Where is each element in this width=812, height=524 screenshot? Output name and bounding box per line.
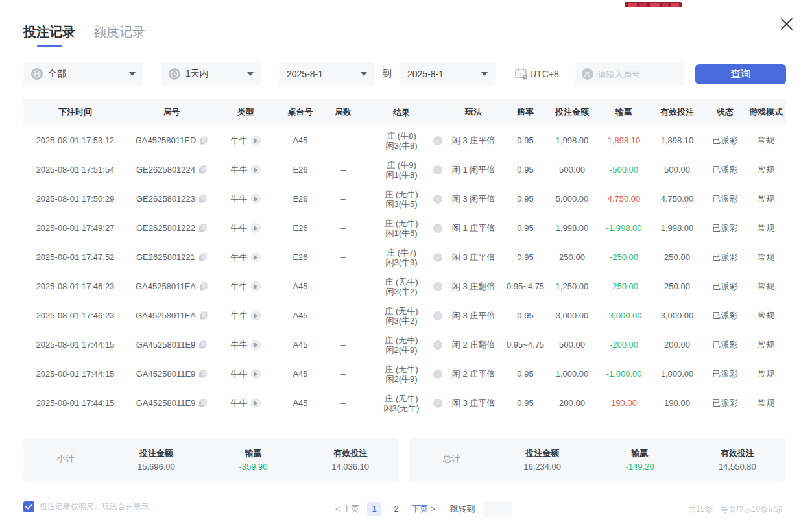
table-row: 2025-08-01 17:44:15 GA45258011E9 牛牛 A45 … xyxy=(23,359,786,388)
result-banker: 庄 (无牛) xyxy=(361,277,442,287)
game-type-cell: 牛牛 xyxy=(216,339,275,351)
game-type: 牛牛 xyxy=(231,310,248,322)
next-page-button[interactable]: 下页 > xyxy=(411,503,435,515)
info-icon[interactable]: i xyxy=(433,165,442,174)
tab-bar: 投注记录 额度记录 xyxy=(23,23,145,47)
date-to-dropdown[interactable]: 2025-8-1 xyxy=(400,62,496,86)
odds: 0.95 xyxy=(505,311,546,320)
date-from-value: 2025-8-1 xyxy=(287,69,323,79)
info-icon[interactable]: i xyxy=(433,370,442,379)
info-icon[interactable]: i xyxy=(433,311,442,320)
bet-time: 2025-08-01 17:46:23 xyxy=(23,311,127,320)
copy-icon[interactable] xyxy=(198,165,207,174)
info-icon[interactable]: i xyxy=(433,399,442,408)
info-icon[interactable]: i xyxy=(433,136,442,145)
column-header: 局数 xyxy=(326,106,361,118)
result-player: 闲3(牛2) xyxy=(361,287,442,296)
jump-to-input[interactable] xyxy=(483,501,512,518)
bet-time: 2025-08-01 17:44:15 xyxy=(23,340,127,350)
play-method: 闲 3 庄平倍 xyxy=(442,310,505,322)
copy-icon[interactable] xyxy=(198,224,207,233)
copy-icon[interactable] xyxy=(198,399,207,408)
total-box: 总计 投注金额 16,234.00 输赢 -149.20 有效投注 14,550… xyxy=(409,438,786,481)
win-loss: -250.00 xyxy=(598,252,650,262)
chevron-down-icon xyxy=(361,72,367,76)
copy-icon[interactable] xyxy=(199,136,208,145)
info-icon[interactable]: i xyxy=(433,195,442,204)
copy-icon[interactable] xyxy=(198,195,207,204)
play-video-icon[interactable] xyxy=(251,223,261,233)
round-search-input[interactable] xyxy=(598,69,669,79)
info-icon[interactable]: i xyxy=(433,282,442,291)
result-cell: 庄 (无牛) 闲3(牛2) i xyxy=(361,306,442,326)
merge-checkbox[interactable] xyxy=(23,501,34,512)
close-icon[interactable] xyxy=(778,16,795,32)
filter-bar: 全部 1天内 2025-8-1 到 2025-8-1 xyxy=(23,62,786,86)
column-header: 投注金额 xyxy=(546,106,598,118)
tab-quota-records[interactable]: 额度记录 xyxy=(93,23,145,47)
copy-icon[interactable] xyxy=(198,340,207,350)
date-from-dropdown[interactable]: 2025-8-1 xyxy=(279,62,375,86)
status-badge: 已派彩 xyxy=(704,368,746,380)
tab-bet-records[interactable]: 投注记录 xyxy=(23,23,75,47)
calendar-icon xyxy=(515,68,528,80)
category-dropdown[interactable]: 全部 xyxy=(23,62,143,86)
play-method: 闲 3 庄翻倍 xyxy=(442,281,505,292)
play-video-icon[interactable] xyxy=(251,252,261,262)
copy-icon[interactable] xyxy=(198,253,207,262)
play-video-icon[interactable] xyxy=(251,136,261,145)
round-number: GE2625801221 xyxy=(136,252,195,262)
bet-time: 2025-08-01 17:44:15 xyxy=(23,398,127,408)
info-icon[interactable]: i xyxy=(433,253,442,262)
result-banker: 庄 (无牛) xyxy=(361,335,442,345)
play-video-icon[interactable] xyxy=(251,281,261,291)
table-number: A45 xyxy=(275,136,326,145)
category-value: 全部 xyxy=(48,68,66,80)
table-row: 2025-08-01 17:51:54 GE2625801224 牛牛 E26 … xyxy=(23,155,786,184)
page-button-1[interactable]: 1 xyxy=(367,502,381,516)
info-icon[interactable]: i xyxy=(433,224,442,233)
win-loss: 4,750.00 xyxy=(598,194,650,204)
result-player: 闲3(牛8) xyxy=(361,141,442,150)
round-search: 局 xyxy=(575,62,684,86)
valid-bet: 1,898.10 xyxy=(650,136,704,145)
result-player: 闲3(牛2) xyxy=(361,316,442,326)
play-video-icon[interactable] xyxy=(251,194,261,204)
page-button-2[interactable]: 2 xyxy=(389,502,403,516)
game-mode: 常规 xyxy=(746,339,786,351)
time-range-dropdown[interactable]: 1天内 xyxy=(161,62,261,86)
globe-icon xyxy=(31,68,43,80)
game-type-cell: 牛牛 xyxy=(216,135,275,147)
win-loss: -1,000.00 xyxy=(598,369,650,379)
round-count: – xyxy=(326,311,361,320)
chevron-down-icon xyxy=(247,72,254,76)
round-number: GA45258011E9 xyxy=(136,340,196,350)
round-count: – xyxy=(326,340,361,350)
round-count: – xyxy=(326,136,361,145)
valid-bet: 3,000.00 xyxy=(650,311,704,320)
info-icon[interactable]: i xyxy=(433,340,442,350)
play-video-icon[interactable] xyxy=(251,340,261,350)
game-mode: 常规 xyxy=(746,193,786,205)
timezone-display[interactable]: UTC+8 xyxy=(515,68,559,80)
play-video-icon[interactable] xyxy=(251,369,261,379)
jump-to-label: 跳转到 xyxy=(449,503,475,515)
play-video-icon[interactable] xyxy=(251,311,261,320)
round-count: – xyxy=(326,252,361,262)
table-body: 2025-08-01 17:53:12 GA45258011ED 牛牛 A45 … xyxy=(23,126,786,418)
play-method: 闲 1 庄平倍 xyxy=(442,222,505,234)
prev-page-button[interactable]: < 上页 xyxy=(335,503,359,515)
game-mode: 常规 xyxy=(746,252,786,263)
copy-icon[interactable] xyxy=(198,370,207,379)
win-loss: -1,998.00 xyxy=(598,223,650,233)
copy-icon[interactable] xyxy=(199,311,208,320)
play-video-icon[interactable] xyxy=(251,165,261,174)
copy-icon[interactable] xyxy=(199,282,208,291)
result-cell: 庄 (牛7) 闲3(牛9) i xyxy=(361,248,442,267)
query-button[interactable]: 查询 xyxy=(695,64,786,84)
column-header: 局号 xyxy=(127,106,216,118)
date-to-value: 2025-8-1 xyxy=(407,69,444,79)
play-video-icon[interactable] xyxy=(251,398,261,408)
game-type-cell: 牛牛 xyxy=(216,281,275,292)
game-type-cell: 牛牛 xyxy=(216,398,275,409)
